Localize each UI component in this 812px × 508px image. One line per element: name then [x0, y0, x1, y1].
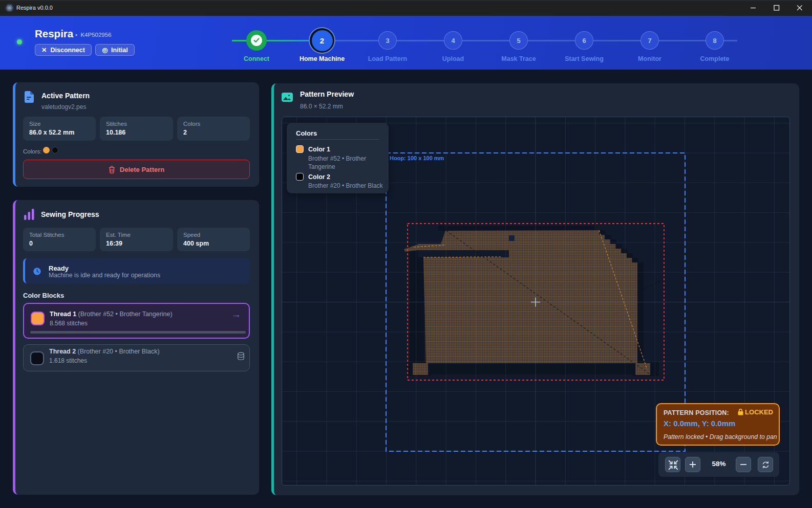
svg-text:Hoop: 100 x 100 mm: Hoop: 100 x 100 mm	[390, 155, 444, 161]
